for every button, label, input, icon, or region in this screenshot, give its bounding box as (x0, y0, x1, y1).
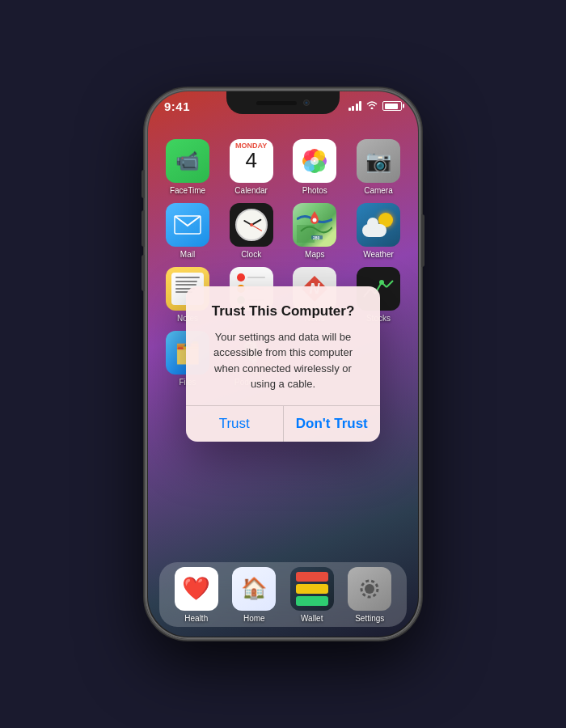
alert-content: Trust This Computer? Your settings and d… (186, 286, 380, 404)
phone-screen: 9:41 (148, 91, 418, 637)
alert-message: Your settings and data will be accessibl… (202, 329, 364, 392)
dont-trust-button[interactable]: Don't Trust (284, 406, 381, 442)
power-button[interactable] (421, 214, 424, 267)
volume-down-button[interactable] (142, 255, 145, 291)
trust-button[interactable]: Trust (186, 406, 283, 442)
volume-up-button[interactable] (142, 210, 145, 247)
phone-frame: 9:41 (146, 89, 420, 639)
alert-buttons: Trust Don't Trust (186, 406, 380, 442)
trust-dialog: Trust This Computer? Your settings and d… (186, 286, 380, 441)
alert-title: Trust This Computer? (202, 303, 364, 320)
alert-overlay: Trust This Computer? Your settings and d… (148, 91, 418, 637)
